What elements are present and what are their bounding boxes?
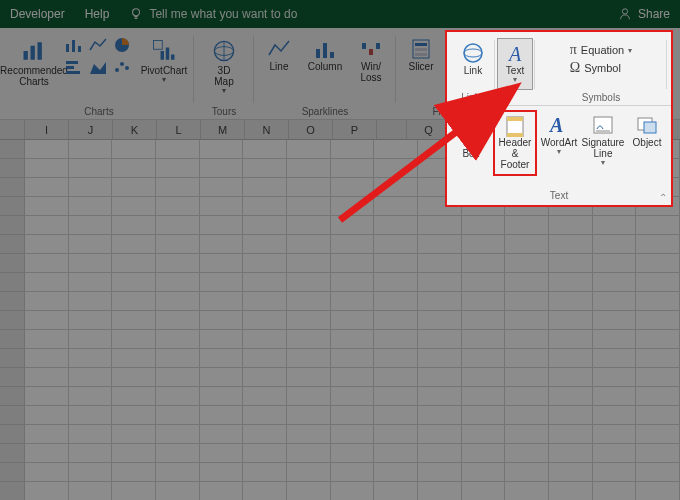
cell[interactable]	[69, 254, 113, 273]
link-button[interactable]: Link	[453, 38, 493, 90]
cell[interactable]	[636, 216, 680, 235]
cell[interactable]	[331, 463, 375, 482]
cell[interactable]	[287, 387, 331, 406]
cell[interactable]	[636, 406, 680, 425]
row-header[interactable]	[0, 444, 25, 463]
cell[interactable]	[200, 349, 244, 368]
cell[interactable]	[112, 444, 156, 463]
row-header[interactable]	[0, 292, 25, 311]
cell[interactable]	[156, 178, 200, 197]
cell[interactable]	[69, 387, 113, 406]
cell[interactable]	[243, 216, 287, 235]
row-header[interactable]	[0, 216, 25, 235]
cell[interactable]	[25, 178, 69, 197]
cell[interactable]	[156, 425, 200, 444]
cell[interactable]	[374, 178, 418, 197]
cell[interactable]	[243, 159, 287, 178]
cell[interactable]	[243, 444, 287, 463]
row-header[interactable]	[0, 140, 25, 159]
col-header[interactable]: K	[113, 120, 157, 139]
cell[interactable]	[156, 463, 200, 482]
cell[interactable]	[331, 444, 375, 463]
cell[interactable]	[331, 197, 375, 216]
cell[interactable]	[374, 444, 418, 463]
cell[interactable]	[243, 330, 287, 349]
cell[interactable]	[25, 273, 69, 292]
cell[interactable]	[331, 140, 375, 159]
cell[interactable]	[200, 463, 244, 482]
cell[interactable]	[25, 425, 69, 444]
cell[interactable]	[593, 368, 637, 387]
share-button[interactable]: Share	[618, 7, 670, 21]
cell[interactable]	[505, 387, 549, 406]
cell[interactable]	[156, 159, 200, 178]
cell[interactable]	[25, 311, 69, 330]
cell[interactable]	[462, 235, 506, 254]
cell[interactable]	[25, 349, 69, 368]
cell[interactable]	[331, 330, 375, 349]
cell[interactable]	[505, 482, 549, 500]
cell[interactable]	[112, 330, 156, 349]
cell[interactable]	[69, 330, 113, 349]
cell[interactable]	[331, 425, 375, 444]
cell[interactable]	[549, 254, 593, 273]
cell[interactable]	[287, 330, 331, 349]
cell[interactable]	[200, 254, 244, 273]
cell[interactable]	[112, 349, 156, 368]
cell[interactable]	[331, 254, 375, 273]
row-header[interactable]	[0, 330, 25, 349]
cell[interactable]	[25, 216, 69, 235]
bar-chart-h-icon[interactable]	[64, 58, 84, 76]
col-header[interactable]: J	[69, 120, 113, 139]
cell[interactable]	[112, 311, 156, 330]
cell[interactable]	[593, 425, 637, 444]
cell[interactable]	[462, 387, 506, 406]
sparkline-column-button[interactable]: Column	[304, 34, 346, 100]
cell[interactable]	[200, 235, 244, 254]
cell[interactable]	[549, 406, 593, 425]
cell[interactable]	[374, 140, 418, 159]
cell[interactable]	[112, 197, 156, 216]
cell[interactable]	[636, 292, 680, 311]
cell[interactable]	[636, 273, 680, 292]
cell[interactable]	[549, 311, 593, 330]
cell[interactable]	[505, 216, 549, 235]
cell[interactable]	[243, 406, 287, 425]
pie-chart-icon[interactable]	[112, 36, 132, 54]
text-dropdown-button[interactable]: A Text ▾	[497, 38, 533, 90]
cell[interactable]	[331, 482, 375, 500]
cell[interactable]	[462, 368, 506, 387]
cell[interactable]	[25, 235, 69, 254]
cell[interactable]	[593, 463, 637, 482]
tell-me-search[interactable]: Tell me what you want to do	[129, 7, 297, 21]
row-header[interactable]	[0, 178, 25, 197]
cell[interactable]	[200, 273, 244, 292]
cell[interactable]	[636, 330, 680, 349]
cell[interactable]	[418, 425, 462, 444]
cell[interactable]	[243, 349, 287, 368]
cell[interactable]	[243, 368, 287, 387]
cell[interactable]	[593, 311, 637, 330]
cell[interactable]	[200, 368, 244, 387]
cell[interactable]	[200, 292, 244, 311]
cell[interactable]	[287, 216, 331, 235]
cell[interactable]	[593, 387, 637, 406]
cell[interactable]	[156, 273, 200, 292]
cell[interactable]	[287, 311, 331, 330]
cell[interactable]	[636, 482, 680, 500]
cell[interactable]	[331, 387, 375, 406]
row-header[interactable]	[0, 349, 25, 368]
cell[interactable]	[287, 482, 331, 500]
3d-map-button[interactable]: 3D Map ▾	[200, 34, 248, 100]
cell[interactable]	[112, 235, 156, 254]
cell[interactable]	[636, 349, 680, 368]
cell[interactable]	[287, 292, 331, 311]
cell[interactable]	[243, 178, 287, 197]
cell[interactable]	[287, 273, 331, 292]
cell[interactable]	[593, 444, 637, 463]
cell[interactable]	[69, 444, 113, 463]
cell[interactable]	[200, 387, 244, 406]
cell[interactable]	[374, 292, 418, 311]
row-header[interactable]	[0, 159, 25, 178]
cell[interactable]	[462, 254, 506, 273]
